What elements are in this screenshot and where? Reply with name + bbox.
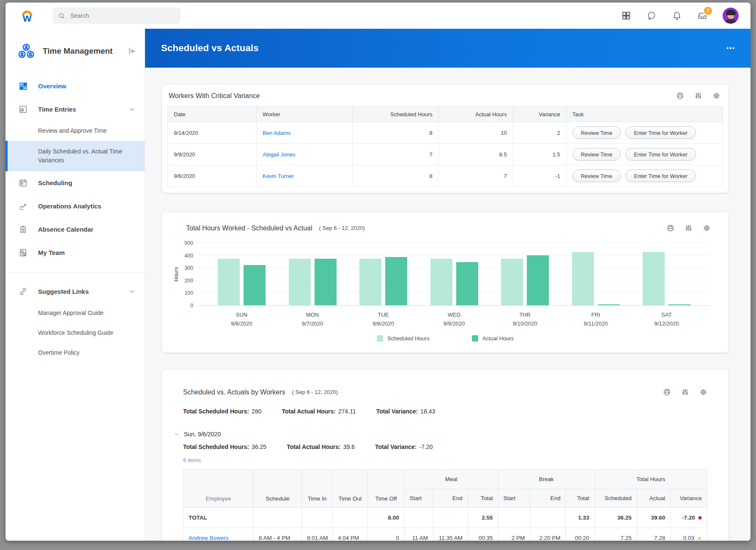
total-value: 36.25 [252, 443, 266, 450]
group-totals: Total Scheduled Hours:36.25Total Actual … [183, 443, 707, 450]
enter-time-for-worker-button[interactable]: Enter Time for Worker [625, 148, 696, 161]
sidebar-subitem-workforce-scheduling-guide[interactable]: Workforce Scheduling Guide [5, 323, 145, 343]
legend-swatch [472, 335, 478, 342]
date-label: 9/11/2020 [584, 320, 608, 328]
inbox-icon[interactable]: 7 [697, 11, 707, 21]
sidebar-item-time-entries[interactable]: Time Entries [5, 98, 145, 121]
sidebar-subitem-overtime-policy[interactable]: Overtime Policy [5, 343, 145, 363]
date-label: 9/10/2020 [513, 320, 537, 328]
column-header: Time In [302, 470, 333, 508]
gear-icon[interactable] [699, 388, 707, 396]
worker-cell: Ben Adams [257, 122, 353, 144]
sidebar-subitem-review-and-approve-time[interactable]: Review and Approve Time [5, 121, 145, 141]
data-cell: 8 AM - 4 PM [254, 528, 302, 541]
employee-cell: Andrew Bowers [184, 528, 254, 541]
collapse-sidebar-icon[interactable] [128, 47, 137, 56]
sliders-icon[interactable] [694, 92, 702, 100]
yellow-triangle-icon: ▲ [697, 535, 702, 540]
enter-time-for-worker-button[interactable]: Enter Time for Worker [625, 126, 696, 139]
search-bar[interactable] [53, 8, 181, 24]
x-tick-label: FRI9/11/2020 [584, 311, 608, 328]
worker-link[interactable]: Abigail Jones [263, 151, 295, 158]
sidebar-subitem-daily-scheduled-vs-actual-time-variances[interactable]: Daily Scheduled vs. Actual Time Variance… [5, 141, 145, 171]
total-stat: Total Variance:-7.20 [375, 443, 433, 450]
total-row: TOTAL8.002.551.3336.2539.60-7.20◆ [184, 508, 707, 528]
day-label: FRI [584, 311, 608, 320]
sidebar-item-my-team[interactable]: My Team [5, 241, 145, 264]
y-tick-label: 0 [190, 303, 193, 309]
data-cell: 11 AM [404, 528, 433, 541]
enter-time-for-worker-button[interactable]: Enter Time for Worker [625, 170, 696, 182]
sidebar-item-suggested-links[interactable]: Suggested Links [5, 280, 145, 303]
chevron-down-icon[interactable] [129, 288, 135, 295]
date-label: 9/9/2020 [444, 320, 465, 328]
gear-icon[interactable] [703, 224, 711, 232]
review-time-button[interactable]: Review Time [572, 126, 621, 139]
sidebar-item-operations-analytics[interactable]: Operations Analytics [5, 194, 145, 218]
total-stat: Total Actual Hours:39.6 [287, 443, 355, 450]
actual-hours-cell: 10 [438, 122, 513, 144]
avatar-body [725, 19, 737, 24]
sidebar-item-label: Suggested Links [38, 288, 89, 295]
absence-calendar-icon [18, 224, 28, 234]
day-label: WED [444, 311, 465, 320]
total-label: Total Scheduled Hours: [183, 443, 249, 450]
notifications-icon[interactable] [672, 11, 682, 21]
y-tick-label: 200 [184, 278, 193, 284]
apps-grid-icon[interactable] [621, 11, 631, 21]
data-cell: 2:20 PM [530, 528, 566, 541]
sidebar-nav: OverviewTime EntriesReview and Approve T… [5, 74, 145, 363]
employee-link[interactable]: Andrew Bowers [189, 535, 229, 541]
sliders-icon[interactable] [681, 388, 689, 396]
column-header: Total [468, 489, 498, 508]
total-value: 280 [252, 408, 261, 415]
table-row: 9/14/2020Ben Adams8102Review TimeEnter T… [168, 122, 723, 144]
table-row: 9/6/2020Kevin Turner87-1Review TimeEnter… [168, 165, 723, 187]
scheduled-hours-bar [218, 259, 240, 305]
sliders-icon[interactable] [685, 224, 693, 232]
total-value: 18.43 [420, 408, 435, 415]
chevron-down-icon[interactable] [129, 106, 135, 113]
total-value: 274.11 [338, 408, 356, 415]
column-header: Total [566, 489, 594, 508]
group-header-row: EmployeeScheduleTime InTime OutTime OffM… [184, 470, 707, 489]
data-cell: 00:20 [566, 528, 594, 541]
review-time-button[interactable]: Review Time [572, 148, 621, 161]
sidebar-subitem-manager-approval-guide[interactable]: Manager Approval Guide [5, 303, 145, 323]
review-time-button[interactable]: Review Time [572, 170, 621, 182]
collapse-group-icon[interactable] [174, 432, 179, 437]
data-cell: 00:35 [468, 528, 498, 541]
data-cell: 1.33 [566, 508, 594, 528]
data-cell [254, 508, 302, 528]
data-cell [404, 508, 433, 528]
data-cell [530, 508, 566, 528]
printer-icon[interactable] [666, 224, 674, 232]
search-icon [58, 12, 65, 20]
worker-cell: Kevin Turner [257, 165, 353, 187]
sidebar-item-overview[interactable]: Overview [5, 74, 145, 98]
date-cell: 9/14/2020 [168, 122, 257, 144]
avatar[interactable] [723, 8, 739, 24]
data-cell: 2.55 [468, 508, 498, 528]
bar-group: SAT9/12/2020 [643, 252, 690, 305]
red-diamond-icon: ◆ [698, 514, 702, 520]
worker-link[interactable]: Kevin Turner [263, 173, 294, 179]
sidebar-title: Time Management [43, 47, 121, 56]
data-cell: 0 [368, 528, 405, 541]
related-actions-icon[interactable]: ••• [726, 45, 735, 51]
workday-logo[interactable]: w [18, 11, 36, 21]
date-label: 9/6/2020 [231, 320, 252, 328]
sidebar-item-scheduling[interactable]: Scheduling [5, 171, 145, 194]
data-cell: 4:04 PM [333, 528, 368, 541]
printer-icon[interactable] [663, 388, 671, 396]
search-input[interactable] [69, 12, 175, 19]
gear-icon[interactable] [712, 92, 720, 100]
column-header: End [433, 489, 468, 508]
card-actions [663, 388, 707, 396]
worker-link[interactable]: Ben Adams [263, 130, 291, 136]
printer-icon[interactable] [676, 92, 684, 100]
chat-icon[interactable] [646, 11, 657, 21]
bar-chart: Hours0100200300400500SUN9/6/2020MON9/7/2… [162, 240, 729, 342]
sidebar-item-absence-calendar[interactable]: Absence Calendar [5, 218, 145, 241]
date-label: 9/12/2020 [655, 320, 679, 328]
